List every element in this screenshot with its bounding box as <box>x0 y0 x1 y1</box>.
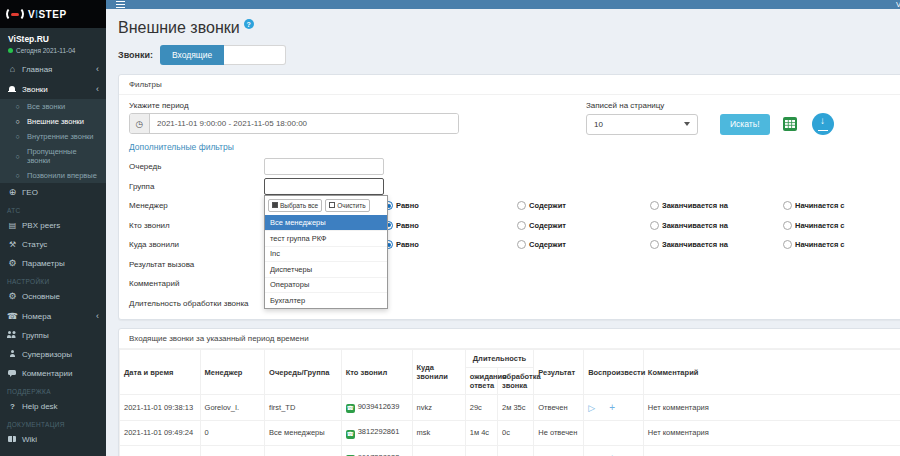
sidebar-item-supervisors[interactable]: Супервизоры <box>0 345 106 364</box>
cell-queue: Все менеджеры <box>265 446 342 456</box>
add-comment-icon[interactable] <box>609 402 615 413</box>
period-input[interactable] <box>150 114 458 133</box>
per-page-label: Записей на страницу <box>586 101 900 110</box>
radio-starts-with[interactable]: Начинается с <box>783 221 900 230</box>
radio-icon <box>783 201 792 210</box>
radio-starts-with[interactable]: Начинается с <box>783 240 900 249</box>
radio-starts-with[interactable]: Начинается с <box>783 201 900 210</box>
wrench-icon <box>7 240 18 249</box>
sidebar-item-general[interactable]: Основные <box>0 287 106 306</box>
filters-panel: Фильтры Укажите период Записей на страни… <box>118 74 900 320</box>
radio-icon <box>783 240 792 249</box>
sidebar-item-calls[interactable]: Звонки <box>0 79 106 99</box>
col-handle: обработка звонка <box>497 368 533 395</box>
sidebar-item-all-calls[interactable]: Все звонки <box>0 99 106 114</box>
radio-icon <box>517 221 526 230</box>
cell-queue: first_TD <box>265 395 342 421</box>
radio-ends-with[interactable]: Заканчивается на <box>650 240 783 249</box>
sidebar-section-support: ПОДДЕРЖКА <box>0 383 106 397</box>
sidebar-item-home[interactable]: Главная <box>0 59 106 79</box>
radio-equals[interactable]: Равно <box>384 221 517 230</box>
excel-export-icon[interactable] <box>782 116 798 132</box>
queue-input[interactable] <box>264 158 384 175</box>
chevron-left-icon <box>96 64 99 74</box>
sidebar-item-numbers[interactable]: Номера <box>0 306 106 326</box>
cell-handle: 45с <box>497 446 533 456</box>
user-status: Сегодня 2021-11-04 <box>8 47 98 54</box>
calls-toggle: Звонки: Входящие <box>118 45 900 65</box>
cell-datetime: 2021-11-01 09:49:24 <box>120 420 201 446</box>
cell-datetime: 2021-11-01 09:38:13 <box>120 395 201 421</box>
dropdown-option[interactable]: Inc <box>265 246 387 262</box>
dropdown-option[interactable]: Все менеджеры <box>265 215 387 231</box>
radio-icon <box>783 221 792 230</box>
cell-called: msk <box>412 420 465 446</box>
dropdown-option[interactable]: Бухгалтер <box>265 292 387 308</box>
period-block: Укажите период <box>129 101 459 134</box>
cell-play <box>584 395 644 421</box>
filter-row-comment: Комментарий <box>129 274 900 294</box>
clear-button[interactable]: Очистить <box>325 199 369 212</box>
tab-outgoing[interactable] <box>224 45 286 65</box>
sidebar-item-geo[interactable]: ГЕО <box>0 183 106 202</box>
sidebar-item-helpdesk[interactable]: Help desk <box>0 397 106 416</box>
book-icon <box>7 435 18 444</box>
table-panel-title: Входящие звонки за указанный период врем… <box>119 329 900 349</box>
sidebar: VISTEP ViStep.RU Сегодня 2021-11-04 Глав… <box>0 0 106 456</box>
checkbox-checked-icon <box>272 202 278 208</box>
cell-play <box>584 446 644 456</box>
tab-incoming[interactable]: Входящие <box>160 45 224 65</box>
search-button[interactable]: Искать! <box>720 114 770 135</box>
radio-icon <box>650 201 659 210</box>
radio-contains[interactable]: Содержит <box>517 221 650 230</box>
select-all-button[interactable]: Выбрать все <box>268 199 322 212</box>
cell-handle: 2м 35с <box>497 395 533 421</box>
clock-icon[interactable] <box>130 114 150 133</box>
sidebar-item-pbx-peers[interactable]: PBX peers <box>0 216 106 235</box>
sidebar-item-status[interactable]: Статус <box>0 235 106 254</box>
group-input[interactable] <box>264 178 384 195</box>
dropdown-option[interactable]: тест группа РКФ <box>265 230 387 246</box>
table-row: 2021-11-01 09:49:24 0 Все менеджеры 3812… <box>120 420 900 446</box>
radio-contains[interactable]: Содержит <box>517 201 650 210</box>
filter-row-manager: Менеджер Равно Содержит Заканчивается на… <box>129 196 900 216</box>
server-icon <box>7 221 18 230</box>
sidebar-item-parameters[interactable]: Параметры <box>0 254 106 273</box>
radio-equals[interactable]: Равно <box>384 240 517 249</box>
logo[interactable]: VISTEP <box>0 0 106 28</box>
sidebar-item-comments[interactable]: Комментарии <box>0 364 106 383</box>
sidebar-item-wiki[interactable]: Wiki <box>0 430 106 449</box>
dropdown-option[interactable]: Операторы <box>265 277 387 293</box>
sidebar-item-external-calls[interactable]: Внешние звонки <box>0 114 106 129</box>
radio-ends-with[interactable]: Заканчивается на <box>650 201 783 210</box>
sidebar-item-first-time-calls[interactable]: Позвонили впервые <box>0 168 106 183</box>
additional-filters-link[interactable]: Дополнительные фильтры <box>129 142 234 152</box>
cell-manager: Gorelov_I. <box>200 395 264 421</box>
cell-manager: 0 <box>200 420 264 446</box>
circle-icon <box>12 102 23 111</box>
sidebar-toggle-icon[interactable] <box>116 1 125 9</box>
per-page-select[interactable]: 10 <box>586 114 698 135</box>
sidebar-item-internal-calls[interactable]: Внутренние звонки <box>0 129 106 144</box>
calls-toggle-label: Звонки: <box>118 50 153 60</box>
cell-queue: Все менеджеры <box>265 420 342 446</box>
play-icon[interactable] <box>588 403 595 413</box>
sidebar-item-missed-calls[interactable]: Пропущенные звонки <box>0 144 106 168</box>
sidebar-item-groups[interactable]: Группы <box>0 326 106 345</box>
download-icon[interactable] <box>812 113 834 135</box>
cell-result: Отвечен <box>534 395 584 421</box>
chevron-down-icon <box>684 122 690 126</box>
col-datetime: Дата и время <box>120 350 201 395</box>
help-icon[interactable]: ? <box>244 19 254 29</box>
dropdown-option[interactable]: Диспетчеры <box>265 261 387 277</box>
topbar-brand-link[interactable]: ViStep.RU <box>896 0 900 9</box>
radio-equals[interactable]: Равно <box>384 201 517 210</box>
radio-ends-with[interactable]: Заканчивается на <box>650 221 783 230</box>
cell-called: nvkz <box>412 395 465 421</box>
radio-contains[interactable]: Содержит <box>517 240 650 249</box>
circle-icon <box>12 171 23 180</box>
chevron-left-icon <box>96 84 99 94</box>
circle-icon <box>12 117 23 126</box>
filters-panel-body: Укажите период Записей на страницу 10 <box>119 95 900 319</box>
phone-icon <box>7 312 18 321</box>
